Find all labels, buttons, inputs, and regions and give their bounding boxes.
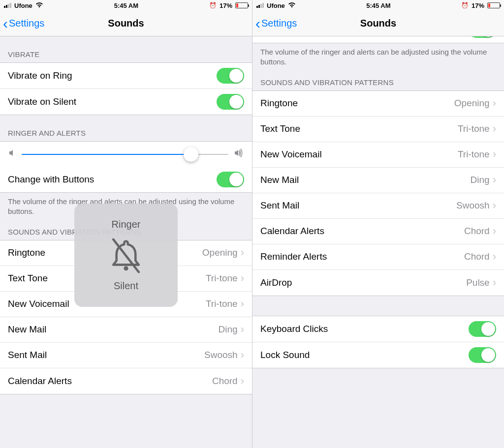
right-screenshot: Ufone 5:45 AM ⏰ 17% ‹ Settings Sounds Ch…	[252, 0, 504, 448]
back-label: Settings	[9, 18, 44, 29]
toggle-vibrate-ring[interactable]	[217, 68, 244, 84]
chevron-right-icon: ›	[493, 276, 496, 289]
ringer-footer-note: The volume of the ringer and alerts can …	[252, 43, 504, 72]
toggle-vibrate-silent[interactable]	[217, 94, 244, 110]
row-value: Chord	[212, 376, 238, 387]
toggle-change-buttons[interactable]	[469, 36, 496, 38]
row-value: Opening	[454, 98, 490, 109]
row-value: Swoosh	[456, 200, 490, 211]
section-ringer-header: RINGER AND ALERTS	[0, 115, 252, 141]
speaker-high-icon	[233, 149, 244, 160]
ringer-volume-slider-row[interactable]	[0, 142, 252, 167]
row-value: Chord	[464, 251, 490, 262]
chevron-right-icon: ›	[241, 272, 244, 285]
row-value: Tri-tone	[206, 299, 238, 309]
back-button[interactable]: ‹ Settings	[3, 11, 44, 36]
row-label: Change with Buttons	[8, 174, 217, 185]
alarm-icon: ⏰	[461, 2, 469, 9]
page-title: Sounds	[360, 18, 396, 29]
nav-bar: ‹ Settings Sounds	[252, 11, 504, 36]
row-label: Keyboard Clicks	[260, 324, 469, 334]
row-label: New Voicemail	[260, 149, 458, 160]
row-label: AirDrop	[260, 277, 466, 288]
sound-row[interactable]: Sent MailSwoosh›	[0, 343, 252, 368]
nav-bar: ‹ Settings Sounds	[0, 11, 252, 36]
chevron-right-icon: ›	[241, 375, 244, 388]
row-label: Reminder Alerts	[260, 251, 464, 262]
ringer-silent-hud: Ringer Silent	[74, 204, 178, 307]
chevron-right-icon: ›	[493, 148, 496, 161]
carrier-label: Ufone	[14, 2, 32, 9]
wifi-icon	[35, 2, 43, 9]
chevron-right-icon: ›	[241, 349, 244, 361]
row-value: Swoosh	[204, 350, 238, 360]
back-button[interactable]: ‹ Settings	[255, 11, 297, 36]
status-bar: Ufone 5:45 AM ⏰ 17%	[252, 0, 504, 11]
left-screenshot: Ufone 5:45 AM ⏰ 17% ‹ Settings Sounds VI…	[0, 0, 252, 448]
sound-row[interactable]: New VoicemailTri-tone›	[252, 142, 504, 168]
row-change-with-buttons[interactable]: Change with Buttons	[0, 167, 252, 192]
bell-silent-icon	[103, 233, 149, 278]
sound-row[interactable]: Text ToneTri-tone›	[252, 117, 504, 142]
chevron-right-icon: ›	[493, 225, 496, 238]
row-label: Text Tone	[260, 123, 458, 134]
row-label: Vibrate on Silent	[8, 96, 217, 107]
row-value: Tri-tone	[206, 273, 238, 284]
row-label: Lock Sound	[260, 350, 469, 360]
chevron-right-icon: ›	[493, 122, 496, 135]
clock-label: 5:45 AM	[366, 2, 390, 9]
sound-row[interactable]: Sent MailSwoosh›	[252, 193, 504, 219]
row-keyboard-clicks[interactable]: Keyboard Clicks	[252, 316, 504, 342]
row-value: Tri-tone	[458, 149, 490, 160]
battery-icon	[487, 2, 500, 8]
sound-row[interactable]: New MailDing›	[252, 168, 504, 193]
chevron-left-icon: ‹	[255, 16, 260, 31]
row-lock-sound[interactable]: Lock Sound	[252, 342, 504, 368]
toggle-lock-sound[interactable]	[469, 347, 496, 363]
chevron-right-icon: ›	[493, 250, 496, 263]
battery-icon	[235, 2, 248, 8]
row-vibrate-on-silent[interactable]: Vibrate on Silent	[0, 89, 252, 115]
svg-point-0	[124, 266, 128, 270]
row-value: Tri-tone	[458, 123, 490, 134]
signal-icon	[4, 3, 11, 8]
volume-slider[interactable]	[22, 154, 228, 155]
chevron-right-icon: ›	[241, 246, 244, 259]
sound-row[interactable]: RingtoneOpening›	[252, 91, 504, 117]
battery-text: 17%	[472, 2, 484, 9]
chevron-right-icon: ›	[241, 298, 244, 310]
signal-icon	[256, 3, 264, 8]
row-vibrate-on-ring[interactable]: Vibrate on Ring	[0, 63, 252, 89]
row-label: Vibrate on Ring	[8, 70, 217, 81]
row-label: Sent Mail	[8, 350, 204, 360]
hud-subtitle: Silent	[114, 280, 138, 292]
sound-row[interactable]: Calendar AlertsChord›	[0, 368, 252, 394]
row-change-with-buttons[interactable]: Change with Buttons	[252, 36, 504, 43]
row-label: Calendar Alerts	[260, 226, 464, 237]
hud-title: Ringer	[112, 219, 141, 230]
row-value: Ding	[471, 175, 490, 185]
sound-row[interactable]: AirDropPulse›	[252, 270, 504, 296]
toggle-keyboard-clicks[interactable]	[469, 321, 496, 337]
speaker-low-icon	[8, 149, 17, 160]
battery-text: 17%	[220, 2, 232, 9]
sound-row[interactable]: Calendar AlertsChord›	[252, 219, 504, 244]
clock-label: 5:45 AM	[114, 2, 138, 9]
chevron-left-icon: ‹	[3, 16, 8, 31]
chevron-right-icon: ›	[493, 174, 496, 186]
row-label: Ringtone	[260, 98, 454, 109]
row-value: Ding	[219, 324, 238, 335]
section-sounds-header: SOUNDS AND VIBRATION PATTERNS	[252, 72, 504, 90]
chevron-right-icon: ›	[493, 97, 496, 110]
carrier-label: Ufone	[267, 2, 285, 9]
row-value: Pulse	[466, 277, 490, 288]
page-title: Sounds	[108, 18, 144, 29]
row-label: Sent Mail	[260, 200, 456, 211]
row-value: Opening	[202, 247, 238, 258]
row-label: Calendar Alerts	[8, 376, 212, 387]
chevron-right-icon: ›	[241, 323, 244, 336]
back-label: Settings	[261, 18, 297, 29]
sound-row[interactable]: New MailDing›	[0, 317, 252, 343]
toggle-change-buttons[interactable]	[217, 172, 244, 187]
sound-row[interactable]: Reminder AlertsChord›	[252, 244, 504, 270]
